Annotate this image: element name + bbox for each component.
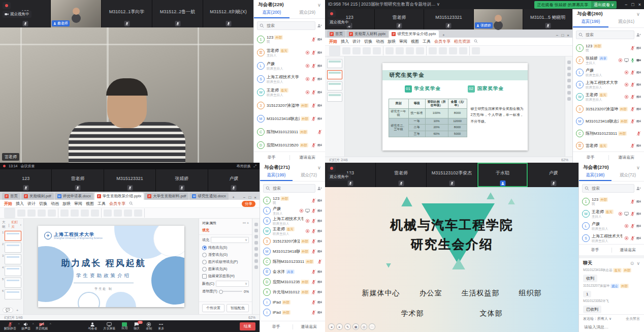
wps-document-tab[interactable]: W评优申请表.docx [55,193,93,200]
layout-switch-label[interactable]: 布局切换 [236,164,250,169]
outline-tab[interactable]: 大纲 [2,220,7,229]
invite-guest-button[interactable]: 邀请嘉宾 [609,155,644,160]
muted-mic-chip[interactable] [127,185,133,191]
muted-mic-chip[interactable] [231,185,237,191]
cam-off-icon[interactable] [636,46,641,50]
record-indicator-button[interactable] [3,2,11,9]
video-thumbnail[interactable]: M31512..2鲁一航 [152,0,203,27]
participant-search-input[interactable] [266,23,303,28]
mute-all-toggle[interactable]: 全员禁言 [626,316,640,321]
participant-row[interactable]: W 王老师嘉宾主持人 [582,207,641,220]
grid-view-button[interactable]: ▦ [352,323,359,330]
wps-search-icon[interactable] [129,201,133,206]
panel-tab[interactable]: 观众(72) [293,171,325,181]
participant-row[interactable]: L 卢媛主持人 [263,205,322,216]
toolbar-tool[interactable] [38,209,46,217]
toolbar-tool[interactable] [342,47,350,54]
应用-button[interactable]: 应用 [121,322,127,330]
participant-row[interactable]: 3 315123207涂溢坤外部 [257,99,322,112]
participant-row[interactable]: L 卢媛联席主持人 [257,59,322,72]
prev-slide-button[interactable]: ◂ [328,323,335,330]
wps-menu-item[interactable]: 视图 [411,39,419,44]
chat-settings-icon[interactable]: ⊙ [630,261,634,266]
participant-row[interactable]: M M310123418耿志远外部 [257,112,322,125]
mic-off-icon[interactable] [311,198,316,203]
wps-search-icon[interactable] [474,39,478,44]
wps-document-tab[interactable]: P资助育人材料.pptx [346,31,388,38]
rec-icon[interactable] [299,208,304,213]
cam-off-icon[interactable] [317,219,322,223]
rec-icon[interactable] [305,50,310,55]
raise-hand-button[interactable]: 举手 [573,155,608,160]
slide-thumbnail[interactable] [327,93,342,102]
cam-off-icon[interactable] [317,310,322,315]
wps-menu-item[interactable]: 稻壳资源 [454,39,470,44]
exit-share-button[interactable]: 退出观看 ∨ [591,1,617,9]
cam-off-icon[interactable] [317,50,322,55]
new-tab-button[interactable]: ＋ [230,195,238,200]
mic-off-icon[interactable] [311,300,316,305]
cam-off-icon[interactable] [317,249,322,254]
cam-off-icon[interactable] [636,212,641,216]
participant-row[interactable]: S 上海工程技术大学联席主持人 [576,78,641,90]
cam-off-icon[interactable] [636,95,641,99]
wps-menu-item[interactable]: 工具 [98,201,106,206]
video-thumbnail[interactable]: 雷老师 [375,163,426,187]
cam-off-icon[interactable] [636,70,641,75]
participant-row[interactable]: 3 315123207涂溢坤外部 [576,103,641,115]
send-to-selector[interactable]: 发送给：所有人 ∨ [583,316,611,321]
next-slide-button[interactable]: ▸ [336,323,343,330]
mic-off-icon[interactable] [311,37,316,42]
participant-row[interactable]: S 上海工程技术大学联席主持人 [582,232,641,244]
mic-off-icon[interactable] [311,239,316,244]
participant-row[interactable]: M M310123418耿志远外部 [576,115,641,127]
rec-icon[interactable] [305,219,310,223]
mic-off-icon[interactable] [636,131,641,136]
wps-menu-item[interactable]: 切换 [39,201,47,206]
cam-off-icon[interactable] [317,198,322,203]
mic-off-icon[interactable] [311,290,316,294]
toolbar-tool[interactable] [472,47,480,54]
video-thumbnail[interactable]: 张婧娇 [155,169,207,192]
mic-off-icon[interactable] [630,224,635,228]
pen-tool-button[interactable]: ✎ [344,323,351,330]
与会者-button[interactable]: 与会者 [88,322,97,330]
rec-icon[interactable] [624,82,629,87]
slide-thumbnail-active[interactable] [327,70,342,79]
toolbar-tool[interactable] [27,209,36,217]
participant-row[interactable]: L 卢媛联席主持人 [576,66,641,78]
rec-icon[interactable] [618,58,623,63]
wps-minimize-button[interactable]: − [243,195,246,200]
panel-tab[interactable]: 嘉宾(200) [254,9,289,18]
fill-radio-option[interactable]: 图案填充(A) [202,266,249,271]
video-thumbnail[interactable]: 卢媛 [208,169,260,192]
mic-off-icon[interactable] [630,143,635,148]
rec-icon[interactable] [624,236,629,240]
video-thumbnail[interactable]: 卢媛 [528,163,578,187]
fill-radio-option[interactable]: 纯色填充(S) [202,245,249,250]
toolbar-tool[interactable] [134,209,142,217]
outline-slide-item[interactable]: 5 [2,278,21,288]
wps-share-button[interactable]: 分享 [242,201,255,207]
cam-off-icon[interactable] [317,280,322,284]
toolbar-tool[interactable] [124,209,132,217]
outline-slide-item[interactable]: 6 [2,289,21,299]
participant-row[interactable]: W 王老师嘉宾联席主持人 [263,226,322,236]
panel-tab[interactable]: 嘉宾(199) [573,18,608,27]
video-thumbnail[interactable]: 于水聪 [477,163,528,187]
cam-off-icon[interactable] [317,269,322,274]
cam-off-icon[interactable] [636,199,641,204]
toolbar-tool[interactable] [416,47,424,54]
wps-menu-item[interactable]: 开始 [329,39,337,44]
mic-off-icon[interactable] [311,269,316,274]
mic-off-icon[interactable] [311,50,316,55]
tl-main-video[interactable]: 雷老师 [0,27,253,163]
rec-icon[interactable] [624,95,629,99]
panel-tab[interactable]: 观众(61) [608,18,644,27]
wps-menu-item[interactable]: 放映 [62,201,71,206]
mic-off-icon[interactable] [630,107,635,111]
participant-row[interactable]: 1 123外部我 [582,195,641,207]
participant-row[interactable]: S 上海工程技术大学联席主持人 [263,216,322,226]
meeting-quality-label[interactable]: 会议质量 [21,164,35,169]
wps-close-button[interactable]: × [567,33,569,38]
